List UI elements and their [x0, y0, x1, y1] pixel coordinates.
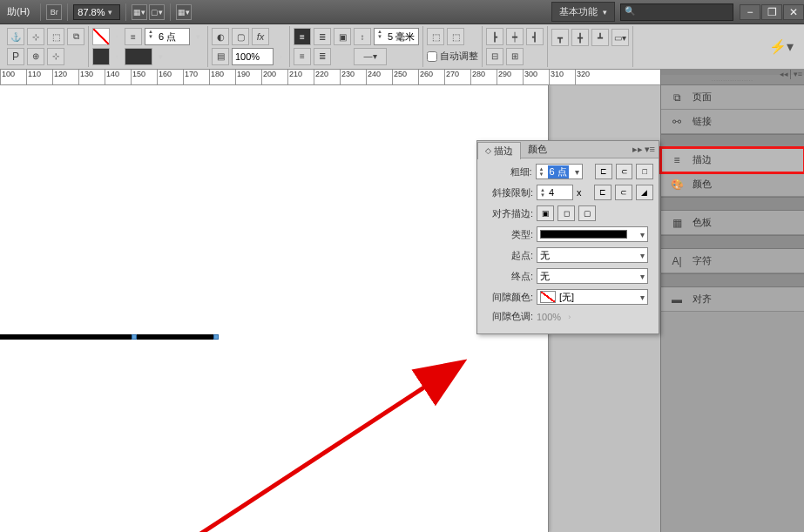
- miter-limit-field[interactable]: 4: [537, 185, 573, 200]
- close-button[interactable]: ✕: [783, 4, 804, 20]
- auto-adjust-checkbox[interactable]: 自动调整: [427, 50, 478, 63]
- gap-color-select[interactable]: [无]: [537, 289, 648, 305]
- offset-icon: ↕: [354, 28, 371, 45]
- stroke-swatch[interactable]: [125, 48, 152, 65]
- chevron-down-icon[interactable]: ▾: [155, 52, 166, 61]
- menu-help[interactable]: 助(H): [2, 2, 35, 22]
- stroke-type-select[interactable]: [537, 226, 648, 242]
- start-arrow-select[interactable]: 无: [537, 247, 648, 263]
- gap-tint-value: 100%: [537, 312, 561, 322]
- align-top-icon[interactable]: ┳: [551, 29, 569, 46]
- view-options-icon[interactable]: ▦▾: [132, 4, 147, 20]
- panel-color[interactable]: 🎨颜色: [661, 172, 804, 197]
- chevron-icon: ›: [568, 313, 571, 321]
- gap-tint-label: 间隙色调:: [483, 310, 533, 323]
- annotation-arrow: [183, 273, 470, 532]
- type-label: 类型:: [483, 228, 533, 241]
- align-icon: ▬: [670, 293, 684, 306]
- stroke-weight-field[interactable]: 6 点: [536, 164, 584, 179]
- maximize-button[interactable]: ❐: [761, 4, 782, 20]
- collapse-icon[interactable]: ▸▸: [632, 144, 643, 155]
- anchor-icon[interactable]: ⊹: [27, 28, 44, 45]
- end-arrow-select[interactable]: 无: [537, 268, 648, 284]
- zoom-level[interactable]: 87.8%▾: [73, 4, 120, 20]
- tab-color[interactable]: 颜色: [521, 141, 554, 158]
- screen-mode-icon[interactable]: ▢▾: [149, 4, 165, 20]
- cap-square-icon[interactable]: □: [636, 164, 653, 179]
- tab-stroke[interactable]: ◇描边: [477, 142, 521, 159]
- separator: [170, 3, 171, 21]
- align-stroke-label: 对齐描边:: [483, 207, 533, 220]
- stroke-weight-field[interactable]: 6 点: [145, 28, 190, 45]
- panel-swatches[interactable]: ▦色板: [661, 211, 804, 235]
- search-input[interactable]: [620, 3, 733, 21]
- align-to-icon[interactable]: ▭▾: [611, 29, 629, 46]
- fx-icon[interactable]: fx: [252, 28, 269, 45]
- distribute-icon[interactable]: ⊟: [486, 48, 503, 65]
- start-label: 起点:: [483, 249, 533, 262]
- type-icon[interactable]: P: [7, 48, 24, 65]
- align-icon[interactable]: ┣: [486, 28, 503, 45]
- bolt-icon[interactable]: ⚡▾: [769, 38, 794, 55]
- bridge-button[interactable]: Br: [46, 4, 62, 20]
- text-wrap-icon[interactable]: ⬚: [47, 28, 64, 45]
- panel-links[interactable]: ⚯链接: [661, 110, 804, 134]
- panel-stroke[interactable]: ≡描边: [661, 148, 804, 172]
- align-icon[interactable]: ┿: [506, 28, 524, 45]
- align-stroke-center-icon[interactable]: ▣: [537, 205, 554, 221]
- stroke-panel: ◇描边 颜色 ▸▸▾≡ 粗细: 6 点 ⊏ ⊂ □ 斜接限制: 4 x ⊏ ⊂ …: [476, 140, 659, 334]
- collapse-dock-icon[interactable]: ◂◂│▾≡: [780, 70, 802, 78]
- anchor-icon[interactable]: ⊕: [27, 48, 44, 65]
- effect-icon[interactable]: ◐: [212, 28, 229, 45]
- opacity-field[interactable]: 100%: [232, 48, 274, 65]
- align-mid-icon[interactable]: ╋: [571, 29, 589, 46]
- align-icon[interactable]: ≣: [314, 48, 331, 65]
- effect-icon[interactable]: ▢: [232, 28, 249, 45]
- join-bevel-icon[interactable]: ◢: [636, 185, 653, 200]
- character-icon: A|: [670, 254, 684, 268]
- chevron-icon[interactable]: ›: [112, 52, 122, 61]
- frame-icon[interactable]: ▣: [334, 28, 351, 45]
- distribute-icon[interactable]: ⊞: [506, 48, 524, 65]
- align-left-icon[interactable]: ≡: [294, 28, 311, 45]
- anchor-icon[interactable]: ⊹: [47, 48, 64, 65]
- fill-swatch[interactable]: [92, 48, 110, 65]
- align-stroke-outside-icon[interactable]: ▢: [578, 205, 596, 221]
- anchor-icon[interactable]: ⚓: [7, 28, 24, 45]
- chevron-icon[interactable]: ›: [276, 52, 286, 61]
- panel-character[interactable]: A|字符: [661, 249, 804, 273]
- no-fill-icon[interactable]: [92, 28, 110, 45]
- join-miter-icon[interactable]: ⊏: [594, 185, 611, 200]
- panel-pages[interactable]: ⧉页面: [661, 85, 804, 110]
- panel-menu-icon[interactable]: ▾≡: [645, 144, 655, 155]
- cap-butt-icon[interactable]: ⊏: [595, 164, 612, 179]
- align-stroke-inside-icon[interactable]: ◻: [557, 205, 575, 221]
- workspace-switcher[interactable]: 基本功能▾: [551, 2, 615, 22]
- opacity-icon[interactable]: ▤: [212, 48, 229, 65]
- separator: [40, 3, 41, 21]
- selection-handle[interactable]: [132, 334, 137, 340]
- minimize-button[interactable]: −: [740, 4, 760, 20]
- right-panel-dock: ◂◂│▾≡ ⧉页面 ⚯链接 ≡描边 🎨颜色 ▦色板 A|字符 ▬对齐: [660, 70, 804, 532]
- align-center-icon[interactable]: ≣: [314, 28, 331, 45]
- offset-field[interactable]: 5 毫米: [374, 28, 419, 45]
- align-icon[interactable]: ≡: [294, 48, 311, 65]
- chevron-icon[interactable]: ›: [112, 32, 122, 41]
- document-page[interactable]: [0, 85, 549, 532]
- arrange-icon[interactable]: ▦▾: [176, 4, 192, 20]
- link-icon[interactable]: ⧉: [67, 28, 84, 45]
- cap-round-icon[interactable]: ⊂: [616, 164, 633, 179]
- wrap-icon[interactable]: ⬚: [427, 28, 444, 45]
- color-icon: 🎨: [670, 178, 684, 192]
- align-icon[interactable]: ┫: [526, 28, 544, 45]
- separator: [125, 3, 126, 21]
- chevron-down-icon[interactable]: ▾: [193, 32, 204, 41]
- join-round-icon[interactable]: ⊂: [615, 185, 632, 200]
- gap-color-label: 间隙颜色:: [483, 291, 533, 304]
- wrap-icon[interactable]: ⬚: [447, 28, 464, 45]
- pages-icon: ⧉: [670, 91, 684, 104]
- align-bot-icon[interactable]: ┻: [591, 29, 609, 46]
- options-bar: ⚓ ⊹ ⬚ ⧉ P ⊕ ⊹ › ≡ 6 点 ▾ › ▾ ◐ ▢ fx: [0, 24, 804, 70]
- line-style-icon[interactable]: —▾: [354, 48, 387, 65]
- panel-align[interactable]: ▬对齐: [661, 287, 804, 312]
